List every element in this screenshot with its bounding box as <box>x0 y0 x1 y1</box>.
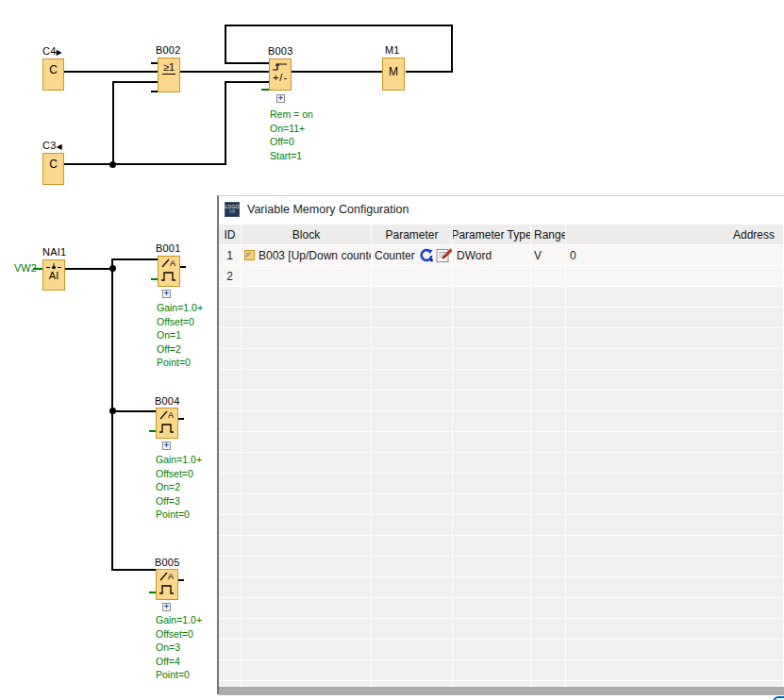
table-row-empty[interactable] <box>219 391 784 411</box>
expand-parameters-button[interactable]: + <box>162 290 171 298</box>
table-row-empty[interactable] <box>219 557 784 577</box>
block-b001-parameters: Gain=1.0+ Offset=0 On=1 Off=2 Point=0 <box>157 301 203 370</box>
analog-threshold-icon: A <box>159 257 178 284</box>
empty-cell <box>531 432 566 453</box>
row-range-cell[interactable]: V <box>531 245 566 266</box>
empty-cell <box>453 598 531 619</box>
empty-cell <box>242 536 372 557</box>
block-label-b002: B002 <box>156 44 181 56</box>
empty-cell <box>242 328 372 349</box>
block-nai1-network-analog-input[interactable]: AI <box>42 259 65 291</box>
wire <box>225 81 270 83</box>
block-b004-analog-threshold[interactable]: A <box>156 408 178 439</box>
column-header-parameter-type[interactable]: Parameter Type <box>453 225 531 245</box>
table-row-empty[interactable] <box>219 328 784 349</box>
wire-junction <box>109 161 116 168</box>
block-m1-flag[interactable]: M <box>382 58 405 91</box>
block-c3[interactable]: C <box>42 153 64 185</box>
edit-parameter-icon[interactable] <box>436 248 452 263</box>
block-b002-or[interactable]: ≥1 <box>158 58 180 92</box>
empty-cell <box>372 640 453 660</box>
empty-cell <box>372 474 453 494</box>
table-row-empty[interactable] <box>219 453 784 474</box>
empty-cell <box>219 598 242 619</box>
block-b001-analog-threshold[interactable]: A <box>158 256 180 287</box>
row-range-cell[interactable] <box>531 266 566 287</box>
empty-cell <box>453 557 531 577</box>
empty-cell <box>219 308 242 328</box>
row-parameter-cell[interactable] <box>372 266 453 287</box>
empty-cell <box>372 557 453 577</box>
table-header: ID Block Parameter Parameter Type Range … <box>219 225 784 245</box>
table-row-empty[interactable] <box>219 598 784 619</box>
column-header-parameter[interactable]: Parameter <box>372 225 453 245</box>
row-parameter-type-cell: DWord <box>453 245 531 266</box>
table-row-empty[interactable] <box>219 370 784 391</box>
empty-cell <box>372 287 453 308</box>
empty-cell <box>531 287 566 308</box>
table-row-empty[interactable] <box>219 308 784 328</box>
empty-cell <box>453 577 531 598</box>
expand-parameters-button[interactable]: + <box>276 94 285 103</box>
or-gate-symbol: ≥1 <box>162 62 175 75</box>
table-row-empty[interactable] <box>219 619 784 640</box>
empty-cell <box>453 349 531 370</box>
window-titlebar[interactable]: LOGO V8 Variable Memory Configuration <box>219 196 784 223</box>
empty-cell <box>219 453 242 474</box>
block-label-c4: C4▶ <box>42 45 62 57</box>
ok-button-partial[interactable] <box>773 696 784 700</box>
table-row-empty[interactable] <box>219 660 784 681</box>
empty-cell <box>372 598 453 619</box>
empty-cell <box>372 391 453 411</box>
empty-cell <box>219 640 242 660</box>
network-source-label: VW2 <box>14 262 37 274</box>
block-label-b005: B005 <box>155 557 180 568</box>
table-row-empty[interactable] <box>219 494 784 515</box>
empty-cell <box>242 577 372 598</box>
wire <box>111 410 157 412</box>
table-row-empty[interactable] <box>219 432 784 453</box>
empty-cell <box>453 287 531 308</box>
empty-cell <box>219 619 242 640</box>
wire <box>64 71 158 73</box>
row-block-cell[interactable]: B003 [Up/Down counter] <box>242 245 372 266</box>
table-row-empty[interactable] <box>219 536 784 557</box>
table-row[interactable]: 2 <box>219 266 784 287</box>
column-header-address[interactable]: Address <box>566 225 784 245</box>
table-row-empty[interactable] <box>219 287 784 308</box>
empty-cell <box>566 328 784 349</box>
empty-cell <box>219 536 242 557</box>
column-header-id[interactable]: ID <box>219 225 242 245</box>
block-b004-parameters: Gain=1.0+ Offset=0 On=2 Off=3 Point=0 <box>156 453 202 522</box>
svg-text:A: A <box>168 572 174 581</box>
empty-cell <box>219 432 242 453</box>
table-row[interactable]: 1 B003 [Up/Down counter] Counter <box>219 245 784 266</box>
column-header-block[interactable]: Block <box>242 225 372 245</box>
row-block-cell[interactable] <box>242 266 372 287</box>
expand-parameters-button[interactable]: + <box>162 442 171 450</box>
table-row-empty[interactable] <box>219 349 784 370</box>
block-b003-parameters: Rem = on On=11+ Off=0 Start=1 <box>270 108 313 162</box>
wire-stub <box>178 579 184 581</box>
cursor-key-symbol: C <box>49 158 58 170</box>
table-row-empty[interactable] <box>219 474 784 494</box>
reference-refresh-icon[interactable] <box>419 248 434 263</box>
block-b003-updown-counter[interactable]: +/- <box>269 58 292 91</box>
row-address-cell[interactable]: 0 <box>566 245 784 266</box>
expand-parameters-button[interactable]: + <box>162 603 171 611</box>
empty-cell <box>242 287 372 308</box>
empty-cell <box>242 640 372 660</box>
block-b005-analog-threshold[interactable]: A <box>156 569 178 600</box>
block-c4[interactable]: C <box>42 58 64 91</box>
row-parameter-cell[interactable]: Counter <box>372 245 453 266</box>
column-header-range[interactable]: Range <box>531 225 566 245</box>
row-address-cell[interactable] <box>566 266 784 287</box>
table-row-empty[interactable] <box>219 515 784 536</box>
table-row-empty[interactable] <box>219 577 784 598</box>
empty-cell <box>372 577 453 598</box>
table-row-empty[interactable] <box>219 640 784 660</box>
table-row-empty[interactable] <box>219 411 784 432</box>
empty-cell <box>242 349 372 370</box>
window-bottom-edge <box>219 687 784 695</box>
empty-cell <box>453 391 531 411</box>
